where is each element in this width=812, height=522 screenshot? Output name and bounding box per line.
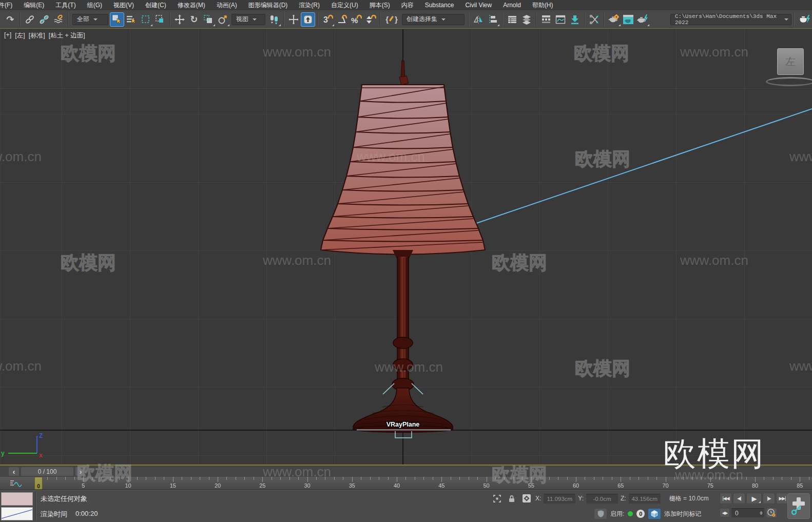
percent-snap-toggle-button[interactable]: % <box>349 12 363 27</box>
current-frame-field[interactable]: 0 <box>731 508 764 517</box>
menu-item-15[interactable]: Civil View <box>459 0 497 10</box>
schematic-view-button[interactable] <box>587 12 602 27</box>
unlink-icon[interactable] <box>37 12 51 27</box>
time-configuration-button[interactable] <box>766 508 777 518</box>
menu-item-3[interactable]: 工具(T) <box>50 0 81 10</box>
menu-item-10[interactable]: 渲染(R) <box>293 0 325 10</box>
go-to-end-button[interactable]: ▶▶| <box>776 493 788 504</box>
play-button[interactable]: ▶ <box>746 493 762 504</box>
menu-item-13[interactable]: 内容 <box>396 0 419 10</box>
next-frame-arrow[interactable]: › <box>75 467 86 476</box>
dope-sheet-button[interactable] <box>568 12 582 27</box>
key-mode-toggle[interactable]: ◀▶ <box>720 508 730 517</box>
reference-coordinate-dropdown[interactable]: 视图 <box>231 14 265 25</box>
lamp-model[interactable]: VRayPlane <box>0 29 812 465</box>
angle-snap-toggle-button[interactable] <box>335 12 349 27</box>
render-frame-window-button[interactable] <box>797 12 812 27</box>
previous-frame-button[interactable]: ◀| <box>733 493 745 504</box>
select-and-scale-button[interactable] <box>201 12 216 27</box>
snaps-toggle-3d-button[interactable]: 3 <box>320 12 335 27</box>
maxscript-mini-listener-pink[interactable] <box>1 492 33 506</box>
render-setup-button[interactable] <box>635 12 650 27</box>
ruler-tick <box>361 477 361 480</box>
menu-item-17[interactable]: 帮助(H) <box>527 0 559 10</box>
select-by-name-button[interactable] <box>124 12 139 27</box>
viewport-left[interactable]: VRayPlane [+][左][标准][粘土 + 边面] 左 Z y x <box>0 29 812 465</box>
set-key-button[interactable] <box>787 493 810 519</box>
menu-item-1[interactable]: 文件(F) <box>0 0 18 10</box>
redo-button[interactable]: ↷ <box>3 12 17 27</box>
toggle-scene-explorer-button[interactable] <box>505 12 519 27</box>
menu-item-5[interactable]: 视图(V) <box>108 0 140 10</box>
menu-item-2[interactable]: 编辑(E) <box>18 0 50 10</box>
selection-filter-dropdown[interactable]: 全部 <box>72 14 108 25</box>
lamp-shade[interactable] <box>321 85 485 255</box>
viewcube-face[interactable]: 左 <box>777 48 804 75</box>
toggle-ribbon-button[interactable] <box>539 12 553 27</box>
menu-item-7[interactable]: 修改器(M) <box>172 0 211 10</box>
ruler-tick <box>558 477 558 480</box>
material-editor-button[interactable] <box>607 12 621 27</box>
viewcube-ring[interactable] <box>766 77 812 86</box>
menu-item-4[interactable]: 组(G) <box>82 0 108 10</box>
maxscript-mini-listener-white[interactable] <box>1 507 33 520</box>
select-and-place-button[interactable] <box>216 12 230 27</box>
select-and-rotate-button[interactable]: ↻ <box>187 12 201 27</box>
world-axis-tripod: Z y x <box>0 431 56 463</box>
bind-to-spacewarp-icon[interactable] <box>51 12 66 27</box>
z-coord-field[interactable]: 43.156cm <box>629 494 661 504</box>
previous-frame-arrow[interactable]: ‹ <box>8 467 20 476</box>
x-coord-field[interactable]: 11.093cm <box>544 494 575 504</box>
curve-editor-button[interactable] <box>553 12 568 27</box>
track-bar[interactable]: 05101520253035404550556065707580850 <box>0 477 812 490</box>
slate-material-editor-button[interactable] <box>621 12 635 27</box>
spinner-snap-toggle-button[interactable] <box>363 12 378 27</box>
align-button[interactable] <box>486 12 500 27</box>
select-object-button[interactable] <box>110 12 124 27</box>
named-selection-sets-dropdown[interactable]: 创建选择集 <box>402 14 465 25</box>
keyboard-shortcut-override-toggle[interactable] <box>301 12 315 27</box>
ruler-tick <box>603 477 603 480</box>
project-folder-field[interactable]: C:\Users\Han\Documents\3ds Max 2022 <box>670 14 791 25</box>
selection-lock-toggle[interactable] <box>506 493 518 504</box>
frame-display[interactable]: 0 / 100 <box>21 467 74 476</box>
viewport-label-token-4[interactable]: [粘土 + 边面] <box>49 31 85 40</box>
absolute-mode-transform-toggle[interactable] <box>520 493 533 504</box>
viewport-label-token-3[interactable]: [标准] <box>29 31 45 40</box>
viewport-label: [+][左][标准][粘土 + 边面] <box>4 31 85 40</box>
mini-curve-editor-icon[interactable] <box>10 479 22 488</box>
shield-icon-button[interactable] <box>594 509 607 519</box>
viewport-label-token-2[interactable]: [左] <box>15 31 25 40</box>
zero-badge[interactable]: 0 <box>636 510 645 518</box>
blue-spline[interactable] <box>475 109 812 224</box>
viewport-label-token-1[interactable]: [+] <box>4 31 11 40</box>
viewcube[interactable]: 左 <box>766 47 812 104</box>
menu-item-11[interactable]: 自定义(U) <box>325 0 364 10</box>
menu-item-16[interactable]: Arnold <box>497 0 527 10</box>
go-to-start-button[interactable]: |◀◀ <box>720 493 732 504</box>
add-time-tag-label[interactable]: 添加时间标记 <box>664 510 701 518</box>
isolate-selection-toggle[interactable] <box>491 493 503 504</box>
link-icon[interactable] <box>23 12 37 27</box>
ruler-tick <box>218 477 218 482</box>
menu-item-6[interactable]: 创建(C) <box>140 0 172 10</box>
chevron-down-icon <box>253 18 257 23</box>
time-tag-cube-button[interactable] <box>648 509 661 519</box>
time-slider[interactable]: ‹ 0 / 100 › <box>8 467 86 476</box>
frame-spinner[interactable] <box>760 511 763 515</box>
mirror-button[interactable] <box>471 12 486 27</box>
y-coord-field[interactable]: -0.0cm <box>586 494 618 504</box>
toggle-layer-explorer-button[interactable] <box>519 12 534 27</box>
menu-item-12[interactable]: 脚本(S) <box>364 0 396 10</box>
menu-item-9[interactable]: 图形编辑器(D) <box>243 0 294 10</box>
current-frame-marker[interactable]: 0 <box>34 477 43 490</box>
select-and-move-button[interactable] <box>172 12 187 27</box>
select-and-manipulate-button[interactable] <box>286 12 301 27</box>
edit-named-selection-sets-button[interactable]: { } <box>383 12 400 27</box>
use-center-button[interactable] <box>267 12 281 27</box>
menu-item-14[interactable]: Substance <box>419 0 460 10</box>
rectangular-selection-region-button[interactable] <box>139 12 153 27</box>
window-crossing-toggle-button[interactable] <box>153 12 167 27</box>
next-frame-button[interactable]: |▶ <box>763 493 775 504</box>
menu-item-8[interactable]: 动画(A) <box>211 0 243 10</box>
